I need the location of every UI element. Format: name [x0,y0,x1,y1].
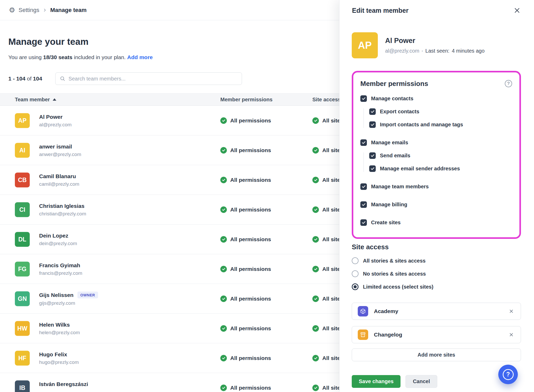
member-email [39,389,88,392]
seats-suffix: included in your plan. [74,54,125,60]
avatar: GN [15,291,30,306]
member-identity: István Beregszászi [39,381,88,392]
member-name: Camil Blanaru [39,173,76,179]
member-identity: anwer ismail anwer@prezly.com [39,143,81,157]
permission-label: Create sites [371,220,400,226]
count-of: of [27,76,32,82]
checkbox-checked-icon[interactable] [360,139,367,146]
add-more-sites-button[interactable]: Add more sites [352,349,521,361]
app-root: ⚙ Settings Manage team Manage your team … [0,0,534,392]
close-icon[interactable] [513,6,521,15]
member-identity: Camil Blanaru camil@prezly.com [39,173,79,187]
add-more-link[interactable]: Add more [127,54,153,60]
breadcrumb-settings[interactable]: Settings [19,7,39,14]
remove-site-icon[interactable] [508,331,515,338]
checkbox-checked-icon[interactable] [360,201,367,208]
academy-site-icon [358,306,368,316]
bullet-separator: • [422,49,423,53]
help-bubble-icon: ? [503,369,514,380]
member-identity: Al Power al@prezly.com [39,114,72,127]
site-access-cell: All sites [312,355,343,361]
permission-row-manage-emails[interactable]: Manage emails [360,139,512,146]
checkbox-checked-icon[interactable] [360,95,367,102]
permissions-value: All permissions [230,207,271,213]
remove-site-icon[interactable] [508,308,515,315]
member-summary: AP Al Power al@prezly.com • Last seen: 4… [352,32,521,58]
member-email: camil@prezly.com [39,181,79,187]
checkbox-checked-icon[interactable] [369,152,376,159]
search-input[interactable] [69,76,238,82]
search-box[interactable] [55,72,242,85]
radio-selected-icon[interactable] [352,283,359,290]
avatar: AI [15,143,30,158]
avatar: IB [15,380,30,392]
permission-row-manage-sender-addresses[interactable]: Manage email sender addresses [369,165,512,172]
sub-permissions-group: Export contacts Import contacts and mana… [363,108,512,128]
permission-row-manage-team-members[interactable]: Manage team members [360,183,512,190]
radio-unselected-icon[interactable] [352,270,359,277]
permission-row-import-contacts[interactable]: Import contacts and manage tags [369,121,512,128]
edit-team-member-drawer: Edit team member AP Al Power al@prezly.c… [339,0,534,392]
column-site-access: Site access [312,97,341,103]
check-circle-icon [312,177,319,183]
checkbox-checked-icon[interactable] [360,219,367,226]
checkbox-checked-icon[interactable] [369,121,376,128]
check-circle-icon [220,177,227,183]
member-name: Gijs Nelissen [39,292,74,298]
site-card-academy: Academy [352,303,521,320]
checkbox-checked-icon[interactable] [369,108,376,115]
avatar-initials: AP [18,117,27,124]
permission-label: Manage billing [371,202,407,208]
radio-row-no-access[interactable]: No stories & sites access [352,270,521,277]
cancel-button[interactable]: Cancel [405,375,437,388]
drawer-body: AP Al Power al@prezly.com • Last seen: 4… [339,21,534,392]
permission-label: Manage contacts [371,96,413,102]
member-permissions-cell: All permissions [220,266,271,272]
help-icon[interactable]: ? [505,80,512,87]
column-team-member[interactable]: Team member [15,97,56,103]
check-circle-icon [220,384,227,391]
permission-row-create-sites[interactable]: Create sites [360,219,512,226]
save-changes-button[interactable]: Save changes [352,375,400,388]
chevron-right-icon [43,8,47,13]
site-access-cell: All sites [312,236,343,242]
site-access-cell: All sites [312,147,343,153]
drawer-header: Edit team member [339,0,534,21]
site-access-cell: All sites [312,384,343,391]
permission-row-manage-billing[interactable]: Manage billing [360,201,512,208]
member-name: Al Power [385,37,484,45]
checkbox-checked-icon[interactable] [360,183,367,190]
permission-row-manage-contacts[interactable]: Manage contacts [360,95,512,102]
sort-ascending-icon [53,98,56,101]
avatar: AP [352,32,378,58]
permissions-value: All permissions [230,117,271,124]
member-permissions-cell: All permissions [220,325,271,332]
radio-unselected-icon[interactable] [352,257,359,264]
avatar: AP [15,113,30,128]
permission-row-send-emails[interactable]: Send emails [369,152,512,159]
member-name: Francis Gyimah [39,262,80,268]
member-email: christian@prezly.com [39,211,86,216]
member-email: dein@prezly.com [39,240,77,246]
column-member-permissions: Member permissions [220,97,272,103]
permission-row-export-contacts[interactable]: Export contacts [369,108,512,115]
avatar-initials: CI [19,206,25,213]
permissions-value: All permissions [230,177,271,183]
help-fab-button[interactable]: ? [498,365,518,384]
avatar-initials: GN [18,295,27,302]
member-permissions-cell: All permissions [220,384,271,391]
radio-row-all-access[interactable]: All stories & sites access [352,257,521,264]
site-access-title: Site access [352,243,521,251]
check-circle-icon [220,325,227,332]
member-name: Hugo Felix [39,351,67,357]
avatar-initials: FG [18,265,27,272]
check-circle-icon [312,295,319,302]
check-circle-icon [220,147,227,153]
site-access-cell: All sites [312,117,343,124]
radio-row-limited-access[interactable]: Limited access (select sites) [352,283,521,290]
avatar-initials: AP [358,40,372,51]
member-name: Helen Wilks [39,321,70,328]
site-card-changelog: Changelog [352,326,521,343]
member-identity: Christian Iglesias christian@prezly.com [39,203,86,216]
checkbox-checked-icon[interactable] [369,165,376,172]
